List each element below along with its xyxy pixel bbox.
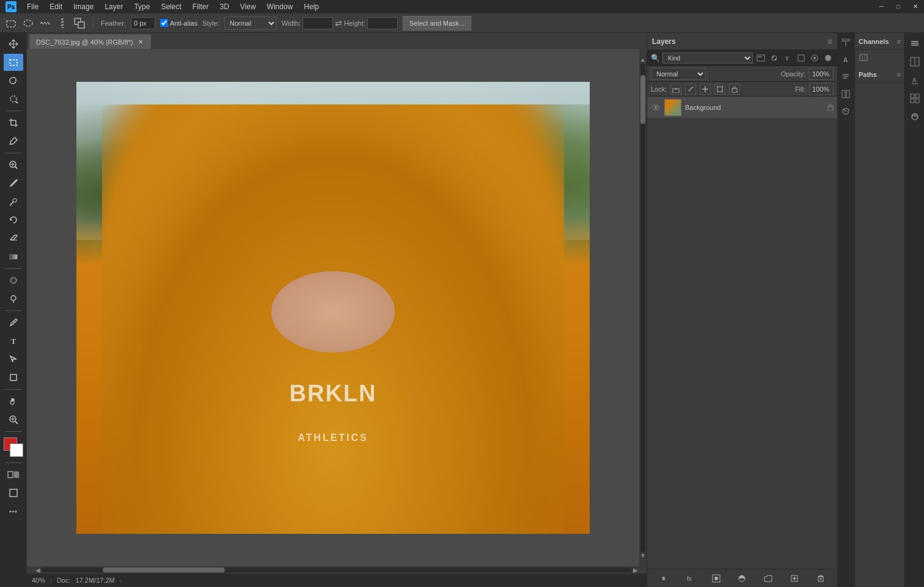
history-panel-toggle[interactable] [838,104,853,118]
layers-icon-btn-far[interactable] [907,35,923,51]
change-screen-mode[interactable] [4,484,23,501]
menu-layer[interactable]: Layer [100,1,128,12]
height-input[interactable] [367,17,398,29]
antialias-checkbox[interactable] [160,19,168,27]
menu-view[interactable]: View [235,1,261,12]
layer-item-background[interactable]: Background [647,97,837,118]
channels-panel-item[interactable] [855,50,904,65]
layer-visibility-toggle[interactable] [651,103,661,112]
fill-input[interactable] [809,83,834,95]
menu-image[interactable]: Image [68,1,98,12]
extra-tools[interactable]: ••• [4,503,23,520]
elliptical-marquee-icon[interactable] [22,17,34,29]
new-adjustment-layer-button[interactable] [735,572,749,585]
lasso-tool[interactable] [4,72,23,89]
move-tool[interactable] [4,35,23,53]
layers-panel-menu-icon[interactable]: ≡ [827,37,832,46]
channels-expand-icon[interactable]: ≡ [897,38,901,45]
opacity-input[interactable] [809,68,834,80]
clone-stamp-tool[interactable] [4,193,23,210]
typography-icon-btn-far[interactable]: A [907,72,923,88]
quick-mask-mode[interactable] [4,466,23,483]
rectangular-marquee-icon[interactable] [5,17,17,29]
vertical-scroll-track[interactable] [640,63,645,552]
menu-edit[interactable]: Edit [45,1,67,12]
lock-transparent-pixels[interactable] [670,84,681,95]
vertical-scrollbar[interactable]: ▲ ▼ [639,49,647,566]
vertical-scroll-thumb[interactable] [640,75,645,124]
quick-select-tool[interactable] [4,90,23,108]
select-mask-button[interactable]: Select and Mask... [403,16,472,31]
horizontal-scroll-thumb[interactable] [103,567,225,572]
blur-tool[interactable] [4,272,23,289]
scroll-right-arrow[interactable]: ▶ [632,567,639,574]
menu-select[interactable]: Select [156,1,186,12]
brush-tool[interactable] [4,175,23,192]
marquee-tool[interactable] [4,54,23,71]
paths-expand-icon[interactable]: ≡ [897,71,901,78]
add-layer-mask-button[interactable] [709,572,724,585]
lock-artboard[interactable] [714,84,725,95]
gradient-tool[interactable] [4,248,23,265]
crop-tool[interactable] [4,114,23,131]
filter-pixel-icon[interactable] [755,53,766,64]
circle-icon-btn-far[interactable] [907,109,923,125]
single-row-marquee-icon[interactable] [39,17,51,29]
zoom-tool[interactable] [4,411,23,428]
style-select[interactable]: Normal Fixed Ratio Fixed Size [224,16,277,30]
document-tab-close[interactable]: ✕ [137,38,144,46]
eraser-tool[interactable] [4,230,23,247]
horizontal-scroll-track[interactable] [42,567,632,572]
menu-file[interactable]: File [22,1,43,12]
lock-image-pixels[interactable] [685,84,696,95]
horizontal-scrollbar[interactable]: ◀ ▶ [27,566,647,574]
filter-smart-object-icon[interactable] [809,53,820,64]
link-layers-button[interactable] [656,572,671,585]
paragraph-panel-toggle[interactable] [838,70,853,84]
hand-tool[interactable] [4,393,23,410]
add-to-sel-icon[interactable] [73,17,86,29]
filter-type-icon[interactable]: T [782,53,793,64]
minimize-button[interactable]: ─ [873,0,890,12]
restore-button[interactable]: □ [890,0,907,12]
channels-tab-label[interactable]: Channels [859,38,889,45]
new-layer-button[interactable] [787,572,802,585]
lock-all[interactable] [729,84,740,95]
type-tool[interactable]: T [4,332,23,349]
width-input[interactable] [302,17,333,29]
background-color[interactable] [10,443,23,457]
document-tab[interactable]: DSC_7632.jpg @ 40% (RGB/8*) ✕ [29,34,151,49]
menu-help[interactable]: Help [299,1,324,12]
scroll-left-arrow[interactable]: ◀ [34,567,42,574]
filter-shape-icon[interactable] [796,53,807,64]
swap-dimensions-icon[interactable]: ⇄ [335,18,342,28]
filter-adjustment-icon[interactable] [769,53,780,64]
close-button[interactable]: ✕ [907,0,924,12]
shape-tool[interactable] [4,369,23,386]
menu-type[interactable]: Type [129,1,155,12]
canvas-viewport[interactable]: BRKLN ATHLETICS [27,49,639,566]
layer-filter-select[interactable]: Kind Name Effect Mode Attribute Color [662,53,753,64]
single-col-marquee-icon[interactable] [56,17,68,29]
pen-tool[interactable] [4,314,23,331]
blend-mode-select[interactable]: Normal Dissolve Multiply Screen Overlay [651,68,706,80]
libraries-panel-toggle[interactable] [838,87,853,101]
add-layer-style-button[interactable]: fx [683,572,697,585]
glyphs-icon-btn-far[interactable] [907,90,923,106]
feather-input[interactable] [131,17,155,29]
scroll-down-arrow[interactable]: ▼ [640,552,646,559]
menu-3d[interactable]: 3D [215,1,233,12]
menu-window[interactable]: Window [262,1,298,12]
delete-layer-button[interactable] [813,572,828,585]
scroll-up-arrow[interactable]: ▲ [640,56,646,63]
new-group-button[interactable] [761,572,776,585]
adjustment-icon-btn-far[interactable] [907,54,923,70]
eyedropper-tool[interactable] [4,133,23,150]
properties-panel-toggle[interactable] [838,35,853,50]
filter-toggle-icon[interactable] [823,53,834,64]
paths-tab-label[interactable]: Paths [859,71,877,78]
history-brush-tool[interactable] [4,211,23,228]
healing-tool[interactable] [4,156,23,173]
menu-filter[interactable]: Filter [188,1,214,12]
lock-position[interactable] [700,84,711,95]
